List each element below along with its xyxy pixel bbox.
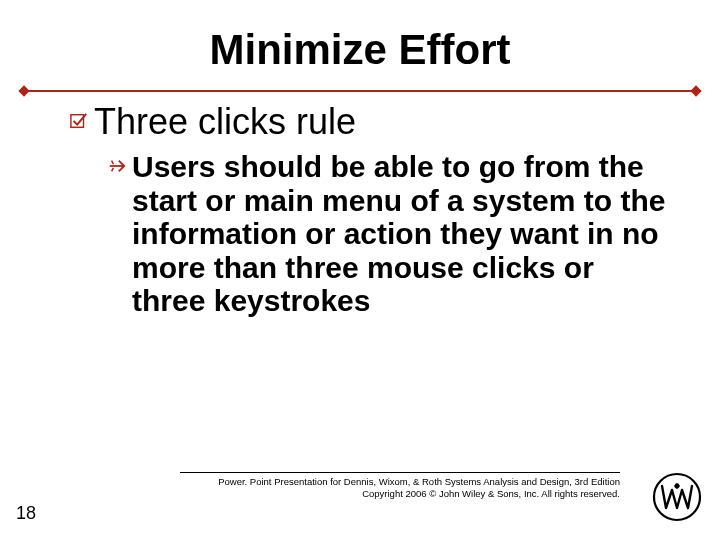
footer-divider bbox=[180, 472, 620, 473]
checkbox-bullet-icon bbox=[70, 112, 92, 134]
footer-line-1: Power. Point Presentation for Dennis, Wi… bbox=[180, 476, 620, 488]
publisher-logo bbox=[652, 472, 702, 522]
bullet-level-1: Three clicks rule bbox=[70, 102, 670, 142]
divider-cap-right bbox=[690, 85, 701, 96]
slide: Minimize Effort Three clicks rule Users … bbox=[0, 0, 720, 540]
slide-title: Minimize Effort bbox=[0, 26, 720, 74]
arrow-burst-bullet-icon bbox=[108, 157, 130, 179]
footer-line-2: Copyright 2006 © John Wiley & Sons, Inc.… bbox=[180, 488, 620, 500]
divider-line bbox=[24, 90, 696, 92]
bullet-level-2-text: Users should be able to go from the star… bbox=[132, 150, 668, 318]
bullet-level-1-text: Three clicks rule bbox=[94, 102, 356, 142]
footer-credits: Power. Point Presentation for Dennis, Wi… bbox=[180, 476, 620, 500]
bullet-level-2: Users should be able to go from the star… bbox=[108, 150, 668, 318]
page-number: 18 bbox=[16, 503, 36, 524]
svg-point-1 bbox=[654, 474, 700, 520]
title-divider bbox=[24, 88, 696, 94]
